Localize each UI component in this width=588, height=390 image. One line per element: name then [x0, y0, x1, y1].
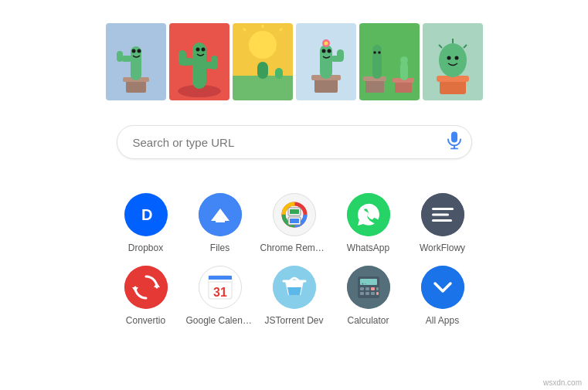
svg-rect-23 — [257, 62, 268, 79]
svg-point-50 — [447, 56, 450, 60]
calculator-label: Calculator — [347, 315, 389, 326]
dropbox-icon: D — [124, 193, 168, 236]
svg-rect-30 — [337, 49, 344, 62]
app-jstorrent[interactable]: JSTorrent Dev — [257, 259, 331, 332]
svg-rect-69 — [290, 219, 299, 223]
svg-rect-84 — [209, 276, 232, 280]
google-calendar-icon: 31 — [199, 266, 242, 309]
workflowy-label: WorkFlowy — [420, 242, 465, 253]
svg-text:31: 31 — [213, 286, 227, 299]
svg-rect-93 — [371, 287, 375, 290]
app-chrome-remote[interactable]: Chrome Remote... — [257, 187, 331, 259]
app-whatsapp[interactable]: WhatsApp — [331, 187, 406, 259]
svg-rect-5 — [117, 51, 123, 62]
svg-rect-14 — [211, 56, 218, 70]
svg-rect-74 — [432, 208, 454, 210]
app-google-calendar[interactable]: 31 Google Calendar — [183, 259, 257, 332]
doodle-card-2 — [169, 23, 229, 100]
svg-rect-44 — [400, 62, 408, 80]
doodle-card-3 — [233, 23, 293, 100]
all-apps-icon — [421, 266, 464, 309]
svg-rect-98 — [376, 292, 379, 295]
svg-point-51 — [454, 56, 458, 60]
svg-rect-4 — [121, 56, 132, 62]
doodle-card-4 — [296, 23, 356, 100]
svg-point-15 — [195, 48, 199, 52]
svg-rect-61 — [216, 215, 225, 222]
jstorrent-icon — [273, 266, 316, 309]
doodle-card-6 — [423, 23, 483, 100]
convertio-icon — [124, 266, 168, 309]
whatsapp-icon — [347, 193, 390, 236]
chrome-remote-label: Chrome Remote... — [260, 242, 328, 253]
calculator-icon: + - — [347, 266, 390, 309]
svg-point-32 — [327, 49, 331, 53]
svg-point-49 — [439, 43, 467, 77]
svg-point-77 — [124, 266, 168, 309]
svg-point-16 — [201, 48, 205, 52]
jstorrent-label: JSTorrent Dev — [264, 315, 323, 326]
search-container — [117, 125, 472, 159]
svg-rect-12 — [178, 50, 186, 66]
svg-point-45 — [400, 56, 408, 64]
files-label: Files — [210, 242, 229, 253]
watermark: wsxdn.com — [543, 378, 582, 387]
chrome-remote-icon — [273, 193, 316, 236]
svg-rect-71 — [290, 209, 299, 214]
app-calculator[interactable]: + - Calculator — [331, 259, 406, 332]
svg-rect-95 — [360, 292, 364, 295]
app-workflowy[interactable]: WorkFlowy — [406, 187, 480, 259]
svg-rect-91 — [360, 287, 364, 290]
svg-rect-75 — [432, 214, 449, 216]
svg-rect-94 — [376, 287, 379, 290]
app-dropbox[interactable]: D Dropbox — [109, 187, 183, 259]
svg-rect-24 — [275, 68, 283, 79]
convertio-label: Convertio — [126, 315, 165, 326]
google-calendar-label: Google Calendar — [186, 315, 254, 326]
svg-point-41 — [378, 51, 381, 54]
svg-rect-96 — [365, 292, 369, 295]
files-icon — [199, 193, 242, 236]
svg-point-18 — [249, 31, 277, 59]
svg-rect-55 — [451, 132, 457, 143]
whatsapp-label: WhatsApp — [347, 242, 389, 253]
app-convertio[interactable]: Convertio — [109, 259, 183, 332]
svg-rect-38 — [372, 51, 382, 79]
svg-rect-22 — [233, 76, 293, 100]
svg-rect-92 — [365, 287, 369, 290]
search-input[interactable] — [117, 125, 472, 159]
dropbox-label: Dropbox — [128, 242, 163, 253]
svg-rect-76 — [432, 219, 452, 222]
svg-point-100 — [421, 266, 464, 309]
workflowy-icon — [421, 193, 464, 236]
doodle-card-5 — [359, 23, 420, 100]
apps-row-2: Convertio 31 Google Calendar — [109, 259, 480, 332]
apps-row-1: D Dropbox Files — [109, 187, 480, 259]
svg-point-31 — [321, 49, 325, 53]
svg-text:+  -: + - — [362, 281, 366, 286]
svg-point-6 — [131, 49, 135, 53]
doodle-banner — [106, 23, 483, 100]
mic-icon[interactable] — [447, 131, 461, 154]
all-apps-label: All Apps — [426, 315, 459, 326]
apps-grid: D Dropbox Files — [109, 187, 480, 332]
svg-point-7 — [137, 49, 141, 53]
svg-rect-97 — [371, 292, 375, 295]
svg-point-40 — [373, 51, 376, 54]
svg-text:D: D — [141, 206, 152, 223]
app-all-apps[interactable]: All Apps — [406, 259, 480, 332]
app-files[interactable]: Files — [183, 187, 257, 259]
doodle-card-1 — [106, 23, 166, 100]
svg-point-34 — [324, 42, 328, 46]
